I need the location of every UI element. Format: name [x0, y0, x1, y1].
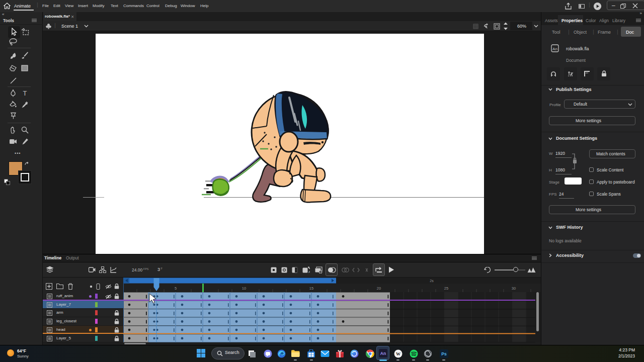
svg-text:2s: 2s	[430, 279, 434, 283]
svg-text:A: A	[308, 270, 310, 274]
svg-text:30: 30	[512, 286, 516, 291]
svg-text:An: An	[552, 47, 557, 51]
svg-text:T: T	[23, 89, 27, 96]
svg-text:20: 20	[377, 286, 381, 291]
svg-text:W: W	[396, 351, 400, 356]
svg-text:Ps: Ps	[441, 351, 447, 356]
svg-text:5: 5	[175, 286, 177, 291]
svg-text:25: 25	[444, 286, 448, 291]
svg-text:An: An	[380, 351, 386, 356]
svg-text:10: 10	[242, 286, 246, 291]
svg-text:15: 15	[309, 286, 313, 291]
